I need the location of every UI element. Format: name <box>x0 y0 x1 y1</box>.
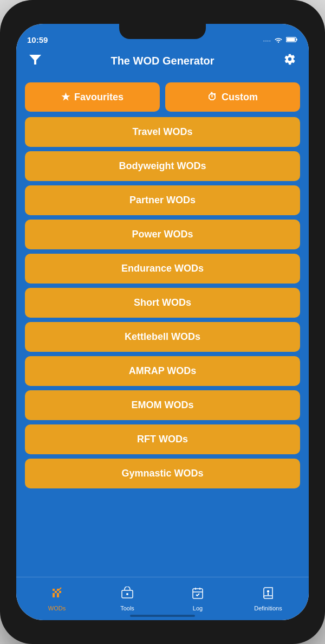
nav-wods[interactable]: WODs <box>22 587 92 611</box>
partner-wods-button[interactable]: Partner WODs <box>25 185 300 215</box>
tools-nav-icon <box>121 587 134 603</box>
phone-frame: 10:59 ···· <box>0 0 325 644</box>
filter-icon[interactable] <box>27 54 43 68</box>
phone-screen: 10:59 ···· <box>16 24 309 620</box>
rft-wods-button[interactable]: RFT WODs <box>25 424 300 454</box>
svg-rect-2 <box>287 38 295 41</box>
status-icons: ···· <box>263 36 298 44</box>
favourites-button[interactable]: ★ Favourites <box>25 82 160 112</box>
app-title: The WOD Generator <box>43 55 282 67</box>
power-wods-button[interactable]: Power WODs <box>25 220 300 249</box>
signal-icon: ···· <box>263 36 271 44</box>
endurance-wods-button[interactable]: Endurance WODs <box>25 254 300 284</box>
short-wods-button[interactable]: Short WODs <box>25 288 300 318</box>
wods-nav-icon <box>50 587 63 603</box>
wods-nav-label: WODs <box>48 605 66 611</box>
notch <box>119 24 206 39</box>
battery-icon <box>286 36 298 44</box>
main-content: ★ Favourites ⏱ Custom Travel WODs Bodywe… <box>16 76 309 577</box>
tools-nav-label: Tools <box>120 605 134 611</box>
nav-log[interactable]: Log <box>162 587 233 611</box>
nav-definitions[interactable]: Definitions <box>233 587 303 611</box>
app-header: The WOD Generator <box>16 48 309 76</box>
amrap-wods-button[interactable]: AMRAP WODs <box>25 356 300 386</box>
definitions-nav-icon <box>262 587 275 603</box>
svg-point-6 <box>126 593 128 595</box>
travel-wods-button[interactable]: Travel WODs <box>25 117 300 147</box>
svg-marker-3 <box>29 55 41 65</box>
status-time: 10:59 <box>27 35 48 44</box>
svg-point-11 <box>268 590 269 592</box>
definitions-nav-label: Definitions <box>254 605 282 611</box>
gymnastic-wods-button[interactable]: Gymnastic WODs <box>25 459 300 488</box>
top-buttons-row: ★ Favourites ⏱ Custom <box>25 82 300 112</box>
kettlebell-wods-button[interactable]: Kettlebell WODs <box>25 322 300 352</box>
bottom-navigation: WODs Tools <box>16 577 309 620</box>
star-icon: ★ <box>61 91 70 103</box>
bodyweight-wods-button[interactable]: Bodyweight WODs <box>25 151 300 181</box>
svg-line-4 <box>59 588 61 590</box>
wifi-icon <box>274 36 283 44</box>
favourites-label: Favourites <box>74 92 123 103</box>
settings-icon[interactable] <box>282 53 298 68</box>
custom-button[interactable]: ⏱ Custom <box>165 82 300 112</box>
timer-icon: ⏱ <box>207 92 217 103</box>
svg-rect-1 <box>296 38 297 40</box>
nav-tools[interactable]: Tools <box>92 587 162 611</box>
log-nav-icon <box>191 587 204 603</box>
emom-wods-button[interactable]: EMOM WODs <box>25 390 300 420</box>
custom-label: Custom <box>222 92 258 103</box>
svg-rect-7 <box>193 589 203 598</box>
home-indicator <box>130 615 195 617</box>
log-nav-label: Log <box>193 605 203 611</box>
